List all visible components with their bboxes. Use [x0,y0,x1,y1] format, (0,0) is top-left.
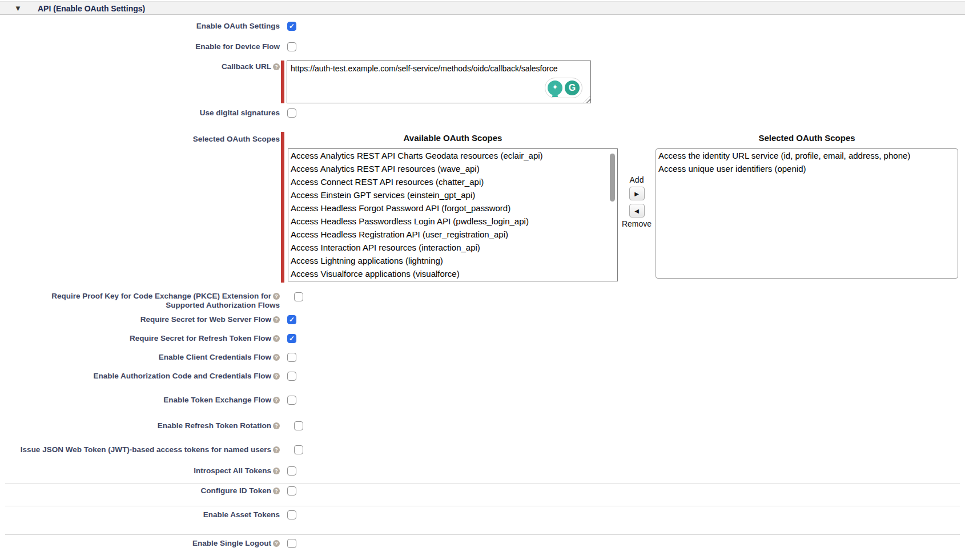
collapse-triangle-icon[interactable]: ▼ [14,4,22,13]
selected-scopes-header: Selected OAuth Scopes [656,132,958,143]
scope-option[interactable]: Access Lightning applications (lightning… [288,254,617,267]
scope-option[interactable]: Access Visualforce applications (visualf… [288,267,617,280]
scope-option[interactable]: Access Einstein GPT services (einstein_g… [288,188,617,202]
help-icon[interactable]: ? [273,446,280,453]
row-secret-web-server: Require Secret for Web Server Flow? ✓ [0,315,965,324]
scope-option[interactable]: Access Analytics REST API Charts Geodata… [288,149,617,162]
scope-option[interactable]: Access Headless Registration API (user_r… [288,228,617,241]
secret-refresh-label: Require Secret for Refresh Token Flow? [0,334,280,343]
check-icon: ✓ [288,316,296,324]
help-icon[interactable]: ? [273,293,280,300]
help-icon[interactable]: ? [273,468,280,474]
available-scopes-listbox[interactable]: Access Analytics REST API Charts Geodata… [288,148,618,281]
help-icon[interactable]: ? [273,335,280,342]
scope-option[interactable]: Access Connect REST API resources (chatt… [288,175,617,188]
row-token-exchange: Enable Token Exchange Flow? ✓ [0,396,965,405]
row-jwt-tokens: Issue JSON Web Token (JWT)-based access … [0,445,965,454]
help-icon[interactable]: ? [273,397,280,404]
row-oauth-scopes: Selected OAuth Scopes Available OAuth Sc… [0,132,965,283]
remove-button[interactable]: ◀ [629,204,645,217]
help-icon[interactable]: ? [273,316,280,323]
section-header[interactable]: ▼ API (Enable OAuth Settings) [0,1,965,15]
scope-option[interactable]: Access Headless Passwordless Login API (… [288,215,617,228]
selected-scopes-column: Selected OAuth Scopes Access the identit… [656,132,958,279]
asset-tokens-checkbox[interactable]: ✓ [287,510,296,519]
jwt-tokens-checkbox[interactable]: ✓ [294,445,303,454]
enable-oauth-checkbox[interactable]: ✓ [287,22,296,31]
row-introspect: Introspect All Tokens? ✓ [0,466,965,476]
scope-option[interactable]: Access Headless Forgot Password API (for… [288,202,617,215]
scope-option[interactable]: Access unique user identifiers (openid) [656,162,958,175]
help-icon[interactable]: ? [273,354,280,361]
add-button[interactable]: ▶ [629,187,645,200]
oauth-settings-page: ▼ API (Enable OAuth Settings) Enable OAu… [0,0,965,560]
token-exchange-label: Enable Token Exchange Flow? [0,396,280,405]
help-icon[interactable]: ? [273,488,280,494]
help-icon[interactable]: ? [273,540,280,547]
divider [5,506,960,506]
row-configure-id-token: Configure ID Token? ✓ [0,486,965,495]
client-credentials-label: Enable Client Credentials Flow? [0,353,280,362]
asset-tokens-label: Enable Asset Tokens [0,510,280,519]
scope-option[interactable]: Access the identity URL service (id, pro… [656,149,958,162]
scopes-label: Selected OAuth Scopes [0,132,280,144]
callback-url-textarea[interactable]: https://auth-test.example.com/self-servi… [287,61,591,103]
single-logout-label: Enable Single Logout? [0,539,280,548]
callback-url-field: https://auth-test.example.com/self-servi… [287,61,591,103]
row-device-flow: Enable for Device Flow ✓ [0,42,965,51]
scope-option[interactable]: Access Interaction API resources (intera… [288,241,617,254]
required-field-bar [281,61,284,103]
configure-id-token-checkbox[interactable]: ✓ [287,486,296,495]
check-icon: ✓ [288,22,296,30]
scopes-duallist: Available OAuth Scopes Access Analytics … [288,132,958,281]
row-pkce: Require Proof Key for Code Exchange (PKC… [0,292,965,310]
help-icon[interactable]: ? [273,373,280,380]
secret-refresh-checkbox[interactable]: ✓ [287,334,296,343]
divider [5,484,960,484]
digital-signatures-checkbox[interactable]: ✓ [287,108,296,118]
available-scopes-header: Available OAuth Scopes [288,132,618,143]
browser-extension-pill: ✦ G [545,78,582,98]
pkce-checkbox[interactable]: ✓ [294,292,303,301]
arrow-left-icon: ◀ [634,208,639,214]
scrollbar-thumb[interactable] [610,154,615,202]
row-callback-url: Callback URL? https://auth-test.example.… [0,61,965,103]
row-auth-code-credentials: Enable Authorization Code and Credential… [0,372,965,381]
pkce-label: Require Proof Key for Code Exchange (PKC… [0,292,280,310]
move-buttons-column: Add ▶ ◀ Remove [618,132,656,229]
secret-web-server-checkbox[interactable]: ✓ [287,315,296,324]
help-icon[interactable]: ? [273,422,280,429]
help-icon[interactable]: ? [273,63,280,70]
remove-label: Remove [622,219,652,229]
configure-id-token-label: Configure ID Token? [0,486,280,495]
row-client-credentials: Enable Client Credentials Flow? ✓ [0,353,965,362]
row-refresh-rotation: Enable Refresh Token Rotation? ✓ [0,421,965,430]
section-title: API (Enable OAuth Settings) [38,4,145,13]
auth-code-credentials-checkbox[interactable]: ✓ [287,372,296,381]
introspect-checkbox[interactable]: ✓ [287,466,296,476]
row-secret-refresh: Require Secret for Refresh Token Flow? ✓ [0,334,965,343]
row-asset-tokens: Enable Asset Tokens ✓ [0,510,965,519]
device-flow-checkbox[interactable]: ✓ [287,42,296,51]
row-enable-oauth: Enable OAuth Settings ✓ [0,22,965,31]
introspect-label: Introspect All Tokens? [0,466,280,476]
scope-option[interactable]: Access Analytics REST API resources (wav… [288,162,617,175]
lightbulb-extension-icon[interactable]: ✦ [548,80,562,95]
row-single-logout: Enable Single Logout? ✓ [0,539,965,548]
row-digital-signatures: Use digital signatures ✓ [0,108,965,118]
selected-scopes-listbox[interactable]: Access the identity URL service (id, pro… [656,148,958,279]
single-logout-checkbox[interactable]: ✓ [287,539,296,548]
grammarly-g-icon[interactable]: G [565,80,580,95]
callback-url-label: Callback URL? [0,61,280,71]
auth-code-credentials-label: Enable Authorization Code and Credential… [0,372,280,381]
required-field-bar [281,132,284,283]
check-icon: ✓ [288,335,296,343]
available-scopes-column: Available OAuth Scopes Access Analytics … [288,132,618,281]
device-flow-label: Enable for Device Flow [0,42,280,51]
arrow-right-icon: ▶ [634,191,639,197]
secret-web-server-label: Require Secret for Web Server Flow? [0,315,280,324]
refresh-rotation-checkbox[interactable]: ✓ [294,421,303,430]
token-exchange-checkbox[interactable]: ✓ [287,396,296,405]
client-credentials-checkbox[interactable]: ✓ [287,353,296,362]
enable-oauth-label: Enable OAuth Settings [0,22,280,31]
